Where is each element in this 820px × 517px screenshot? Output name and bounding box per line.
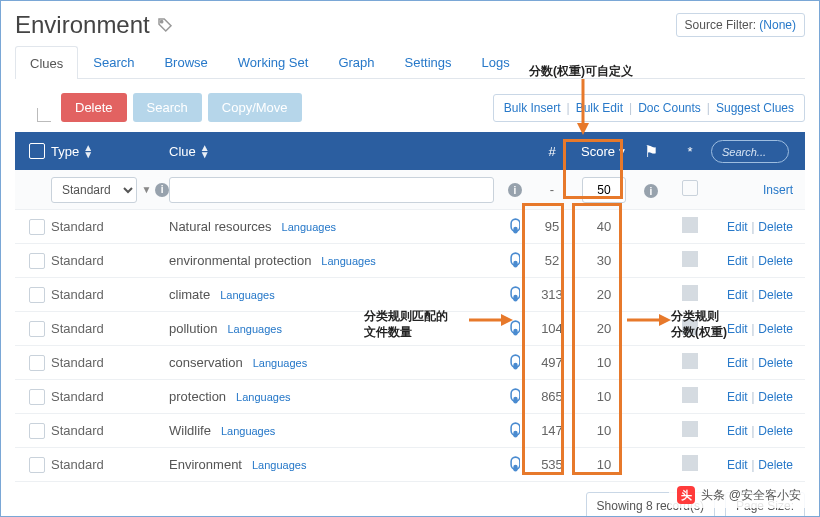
tab-settings[interactable]: Settings (390, 45, 467, 78)
row-clue: pollutionLanguages (169, 321, 501, 336)
row-score: 10 (575, 423, 633, 438)
edit-link[interactable]: Edit (727, 322, 748, 336)
tab-clues[interactable]: Clues (15, 46, 78, 79)
row-num: 865 (529, 389, 575, 404)
delete-link[interactable]: Delete (758, 458, 793, 472)
row-flag-box[interactable] (682, 421, 698, 437)
row-num: 497 (529, 355, 575, 370)
tab-graph[interactable]: Graph (323, 45, 389, 78)
row-checkbox[interactable] (29, 219, 45, 235)
rule-icon (510, 286, 521, 301)
row-type: Standard (51, 253, 169, 268)
copy-move-button[interactable]: Copy/Move (208, 93, 302, 122)
flag-icon: ⚑ (644, 143, 658, 160)
tab-search[interactable]: Search (78, 45, 149, 78)
edit-link[interactable]: Edit (727, 390, 748, 404)
score-input[interactable] (582, 177, 626, 203)
search-button[interactable]: Search (133, 93, 202, 122)
doc-counts-link[interactable]: Doc Counts (638, 101, 701, 115)
insert-row: Standard ▼ i i - i Insert (15, 170, 805, 210)
source-filter-label: Source Filter: (685, 18, 756, 32)
languages-link[interactable]: Languages (221, 425, 275, 437)
delete-link[interactable]: Delete (758, 390, 793, 404)
languages-link[interactable]: Languages (220, 289, 274, 301)
tab-logs[interactable]: Logs (467, 45, 525, 78)
info-icon[interactable]: i (508, 183, 522, 197)
row-type: Standard (51, 457, 169, 472)
row-checkbox[interactable] (29, 321, 45, 337)
row-clue: environmental protectionLanguages (169, 253, 501, 268)
col-hash-header[interactable]: # (529, 144, 575, 159)
languages-link[interactable]: Languages (236, 391, 290, 403)
row-flag-box[interactable] (682, 455, 698, 471)
row-num: 147 (529, 423, 575, 438)
watermark-icon: 头 (677, 486, 695, 504)
row-type: Standard (51, 355, 169, 370)
grid-search-input[interactable] (722, 146, 778, 158)
languages-link[interactable]: Languages (282, 221, 336, 233)
selection-corner-icon (37, 108, 51, 122)
col-type-header[interactable]: Type ▲▼ (51, 144, 169, 159)
delete-link[interactable]: Delete (758, 424, 793, 438)
languages-link[interactable]: Languages (321, 255, 375, 267)
delete-link[interactable]: Delete (758, 288, 793, 302)
row-score: 10 (575, 355, 633, 370)
source-filter-button[interactable]: Source Filter: (None) (676, 13, 805, 37)
languages-link[interactable]: Languages (253, 357, 307, 369)
edit-link[interactable]: Edit (727, 356, 748, 370)
col-clue-header[interactable]: Clue ▲▼ (169, 144, 501, 159)
row-flag-box[interactable] (682, 319, 698, 335)
row-type: Standard (51, 389, 169, 404)
select-all-checkbox[interactable] (29, 143, 45, 159)
delete-button[interactable]: Delete (61, 93, 127, 122)
edit-link[interactable]: Edit (727, 220, 748, 234)
row-checkbox[interactable] (29, 389, 45, 405)
row-num: 313 (529, 287, 575, 302)
grid-search[interactable] (711, 140, 789, 163)
row-checkbox[interactable] (29, 457, 45, 473)
info-icon[interactable]: i (155, 183, 169, 197)
suggest-clues-link[interactable]: Suggest Clues (716, 101, 794, 115)
svg-rect-12 (513, 294, 517, 301)
languages-link[interactable]: Languages (227, 323, 281, 335)
row-clue: Natural resourcesLanguages (169, 219, 501, 234)
tab-working-set[interactable]: Working Set (223, 45, 324, 78)
languages-link[interactable]: Languages (252, 459, 306, 471)
edit-link[interactable]: Edit (727, 424, 748, 438)
row-checkbox[interactable] (29, 253, 45, 269)
bulk-link-bar: Bulk Insert| Bulk Edit| Doc Counts| Sugg… (493, 94, 805, 122)
clue-input[interactable] (169, 177, 494, 203)
delete-link[interactable]: Delete (758, 254, 793, 268)
row-flag-box[interactable] (682, 387, 698, 403)
row-type: Standard (51, 321, 169, 336)
edit-link[interactable]: Edit (727, 288, 748, 302)
svg-point-0 (160, 21, 162, 23)
edit-link[interactable]: Edit (727, 254, 748, 268)
row-num: 52 (529, 253, 575, 268)
row-flag-box[interactable] (682, 353, 698, 369)
delete-link[interactable]: Delete (758, 356, 793, 370)
row-flag-box[interactable] (682, 251, 698, 267)
rule-icon (510, 320, 521, 335)
col-score-header[interactable]: Score ▼ (575, 144, 633, 159)
col-asterisk-header[interactable]: * (669, 144, 711, 159)
edit-link[interactable]: Edit (727, 458, 748, 472)
delete-link[interactable]: Delete (758, 220, 793, 234)
bulk-insert-link[interactable]: Bulk Insert (504, 101, 561, 115)
insert-link[interactable]: Insert (763, 183, 793, 197)
row-checkbox[interactable] (29, 355, 45, 371)
col-flag-header[interactable]: ⚑ (633, 142, 669, 161)
type-select[interactable]: Standard (51, 177, 137, 203)
bulk-edit-link[interactable]: Bulk Edit (576, 101, 623, 115)
insert-checkbox[interactable] (682, 180, 698, 196)
row-checkbox[interactable] (29, 423, 45, 439)
source-filter-value: (None) (759, 18, 796, 32)
svg-rect-16 (513, 362, 517, 369)
row-flag-box[interactable] (682, 217, 698, 233)
row-checkbox[interactable] (29, 287, 45, 303)
delete-link[interactable]: Delete (758, 322, 793, 336)
tab-browse[interactable]: Browse (149, 45, 222, 78)
info-icon[interactable]: i (644, 184, 658, 198)
row-flag-box[interactable] (682, 285, 698, 301)
row-clue: climateLanguages (169, 287, 501, 302)
